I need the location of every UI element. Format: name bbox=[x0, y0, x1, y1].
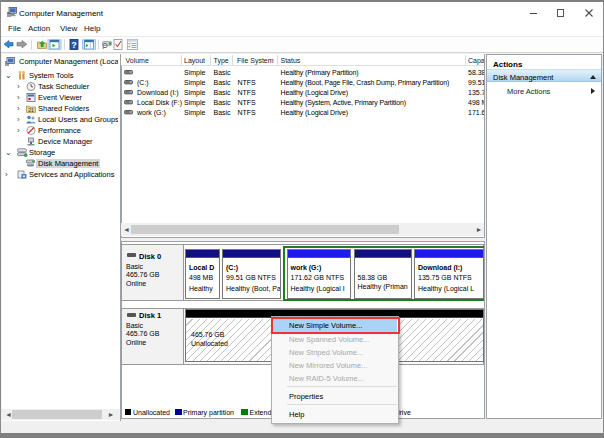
svg-text:21: 21 bbox=[28, 106, 34, 112]
svg-text:?: ? bbox=[71, 40, 77, 50]
